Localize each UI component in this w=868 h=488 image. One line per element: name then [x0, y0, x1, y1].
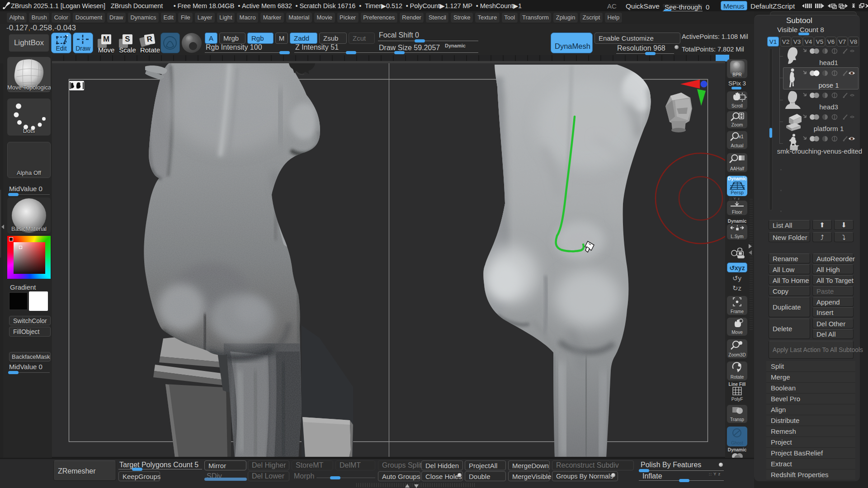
svg-text:x1: x1 — [739, 134, 744, 139]
